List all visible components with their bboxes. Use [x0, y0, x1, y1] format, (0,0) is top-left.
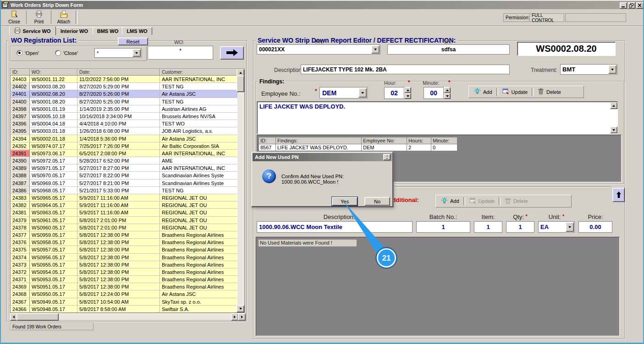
- tab-service-wo[interactable]: Service WO: [9, 26, 56, 35]
- minimize-button[interactable]: [620, 2, 627, 9]
- findings-delete-button[interactable]: Delete: [534, 87, 564, 97]
- vertical-scrollbar[interactable]: [237, 69, 244, 312]
- table-row[interactable]: 24378WS0960.05.175/8/2017 2:01:00 PMREGI…: [11, 224, 244, 231]
- table-row[interactable]: 24379WS0961.05.175/8/2017 2:01:00 PMREGI…: [11, 217, 244, 224]
- vertical-scroll-thumb[interactable]: [237, 76, 244, 92]
- collapse-up-button[interactable]: [612, 188, 625, 202]
- dialog-close-button[interactable]: [383, 154, 391, 160]
- dialog-title-bar[interactable]: Add New Used PN: [253, 153, 392, 161]
- scroll-down-icon[interactable]: [237, 305, 244, 312]
- findings-textarea[interactable]: LIFE JACKET WAS DEPLOYD.: [257, 101, 618, 134]
- table-row[interactable]: 24387WS0969.05.175/27/2017 8:21:00 PMSca…: [11, 180, 244, 187]
- yes-button[interactable]: Yes: [332, 197, 358, 206]
- wo-filter-combobox[interactable]: *: [94, 48, 142, 58]
- restore-button[interactable]: [628, 2, 635, 9]
- employee-no-combobox[interactable]: DEM: [319, 87, 368, 98]
- close-window-button[interactable]: [636, 2, 644, 9]
- column-header-date[interactable]: Date:: [77, 69, 160, 76]
- sn-field[interactable]: sdfsa: [387, 44, 510, 55]
- column-header-customer[interactable]: Customer:: [160, 69, 238, 76]
- table-row[interactable]: 24381WS0963.05.175/9/2017 11:16:00 AMREG…: [11, 209, 244, 216]
- table-row[interactable]: 24400WS0001.08.208/27/2020 5:25:00 PMTES…: [11, 98, 244, 105]
- spin-down-icon[interactable]: [444, 93, 451, 99]
- radio-close[interactable]: 'Close': [55, 50, 78, 56]
- table-row[interactable]: 24397WS0005.10.1810/16/2018 3:34:00 PMBr…: [11, 113, 244, 120]
- chevron-down-icon[interactable]: [566, 222, 574, 232]
- table-row[interactable]: 24402WS0003.08.208/27/2020 5:29:00 PMTES…: [11, 83, 244, 90]
- column-header-wo[interactable]: WO:: [30, 69, 77, 76]
- chevron-down-icon[interactable]: [358, 88, 367, 98]
- table-row[interactable]: 24382WS0964.05.175/9/2017 11:16:00 AMREG…: [11, 202, 244, 209]
- tab-interior-wo[interactable]: Interior WO: [55, 27, 94, 35]
- additional-delete-button[interactable]: Delete: [501, 197, 531, 206]
- batch-no-field[interactable]: 1: [416, 221, 470, 233]
- qty-field[interactable]: 1: [506, 221, 534, 233]
- table-row[interactable]: 24392WS0974.07.177/25/2017 7:26:00 PMAir…: [11, 142, 244, 150]
- table-row[interactable]: 24377WS0959.05.175/8/2017 12:38:00 PMBra…: [11, 231, 244, 239]
- hour-input[interactable]: 02: [384, 87, 404, 99]
- table-row[interactable]: 24386WS0968.05.175/21/2017 5:33:00 PMTES…: [11, 187, 244, 194]
- table-row[interactable]: 24403WS0001.11.2211/2/2022 7:56:00 PMAAR…: [11, 76, 244, 83]
- horizontal-scroll-thumb[interactable]: [17, 313, 59, 321]
- radio-open[interactable]: 'Open': [17, 50, 39, 56]
- findings-update-button[interactable]: Update: [499, 87, 531, 97]
- table-row[interactable]: 24401WS0002.08.208/27/2020 5:26:00 PMAir…: [11, 90, 244, 98]
- additional-add-button[interactable]: Add: [438, 197, 462, 206]
- reset-button[interactable]: Reset: [118, 38, 148, 45]
- attach-button[interactable]: Attach: [52, 10, 75, 25]
- table-row[interactable]: 24376WS0958.05.175/8/2017 12:38:00 PMBra…: [11, 239, 244, 246]
- scroll-down-icon[interactable]: [610, 126, 617, 133]
- tab-lms-wo[interactable]: LMS WO: [122, 27, 152, 35]
- chevron-down-icon[interactable]: [608, 65, 616, 74]
- table-row[interactable]: 24383WS0965.05.175/9/2017 11:16:00 AMREG…: [11, 194, 244, 202]
- grid-cell-employee[interactable]: DEM: [361, 144, 407, 151]
- search-go-button[interactable]: [220, 46, 244, 60]
- hour-stepper[interactable]: [404, 87, 411, 99]
- column-header-id[interactable]: ID:: [11, 69, 30, 76]
- pn-combobox[interactable]: 000021XX: [257, 44, 380, 55]
- treatment-combobox[interactable]: BMT: [560, 64, 617, 75]
- spin-down-icon[interactable]: [404, 93, 411, 99]
- table-row[interactable]: 24398WS0001.01.191/14/2019 2:35:00 PMAus…: [11, 105, 244, 113]
- chevron-down-icon[interactable]: [132, 49, 141, 57]
- table-row[interactable]: 24374WS0956.05.175/8/2017 12:38:00 PMBra…: [11, 254, 244, 261]
- table-row[interactable]: 24394WS0002.01.181/4/2018 5:36:00 PMAir …: [11, 135, 244, 142]
- table-row[interactable]: 24367WS0949.05.175/8/2017 10:54:00 AMSky…: [11, 298, 244, 306]
- grid-cell-findings[interactable]: LIFE JACKET WAS DEPLOYD.: [275, 144, 362, 151]
- table-row[interactable]: 24373WS0955.05.175/8/2017 12:38:00 PMBra…: [11, 261, 244, 268]
- table-row[interactable]: 24395WS0003.01.181/26/2018 6:08:00 PMJOB…: [11, 127, 244, 135]
- scroll-up-icon[interactable]: [610, 102, 617, 109]
- wo-search-input[interactable]: *: [148, 46, 213, 60]
- spin-up-icon[interactable]: [404, 87, 411, 93]
- table-row[interactable]: 24390WS0972.05.175/28/2017 6:52:00 PMAME: [11, 157, 244, 164]
- grid-cell-id[interactable]: 8567: [259, 144, 276, 151]
- table-row[interactable]: 24369WS0951.05.175/8/2017 12:38:00 PMBra…: [11, 283, 244, 290]
- table-row[interactable]: 24366WS0948.05.175/8/2017 8:58:00 AMSwif…: [11, 306, 244, 313]
- no-button[interactable]: No: [364, 197, 390, 206]
- findings-add-button[interactable]: Add: [471, 87, 495, 97]
- table-row[interactable]: 24375WS0957.05.175/8/2017 12:38:00 PMBra…: [11, 246, 244, 253]
- scroll-right-icon[interactable]: [231, 313, 238, 321]
- table-row[interactable]: 24368WS0950.05.175/8/2017 12:24:00 PMAir…: [11, 290, 244, 298]
- grid-cell-hours[interactable]: 2: [407, 144, 431, 151]
- table-row[interactable]: 24389WS0971.05.175/27/2017 8:27:00 PMAAR…: [11, 164, 244, 172]
- unit-combobox[interactable]: EA: [538, 221, 575, 233]
- minute-stepper[interactable]: [444, 87, 451, 99]
- used-description-field[interactable]: 1000.90.06.WCC Moon Textile: [257, 221, 413, 233]
- table-row[interactable]: 24371WS0953.05.175/8/2017 12:38:00 PMBra…: [11, 276, 244, 283]
- print-button[interactable]: Print: [28, 10, 50, 25]
- price-field[interactable]: 0.00: [578, 221, 612, 233]
- grid-cell-minute[interactable]: 0: [431, 144, 457, 151]
- spin-up-icon[interactable]: [444, 87, 451, 93]
- additional-update-button[interactable]: Update: [466, 197, 498, 206]
- description-field[interactable]: LIFEJACKET TYPE 102 Mk. 2BA: [301, 65, 510, 74]
- table-row[interactable]: 24396WS0004.04.184/4/2018 4:10:00 PMTEST…: [11, 120, 244, 127]
- scroll-right-icon[interactable]: [238, 313, 246, 321]
- table-row[interactable]: 24391WS0973.06.176/5/2017 2:08:00 PMAAR …: [11, 150, 244, 157]
- chevron-down-icon[interactable]: [371, 45, 380, 54]
- close-button[interactable]: Close: [3, 10, 26, 25]
- table-row[interactable]: 24388WS0970.05.175/27/2017 8:22:00 PMSca…: [11, 172, 244, 179]
- minute-input[interactable]: 00: [424, 87, 444, 99]
- tab-bms-wo[interactable]: BMS WO: [93, 27, 123, 35]
- table-row[interactable]: 24372WS0954.05.175/8/2017 12:38:00 PMBra…: [11, 268, 244, 276]
